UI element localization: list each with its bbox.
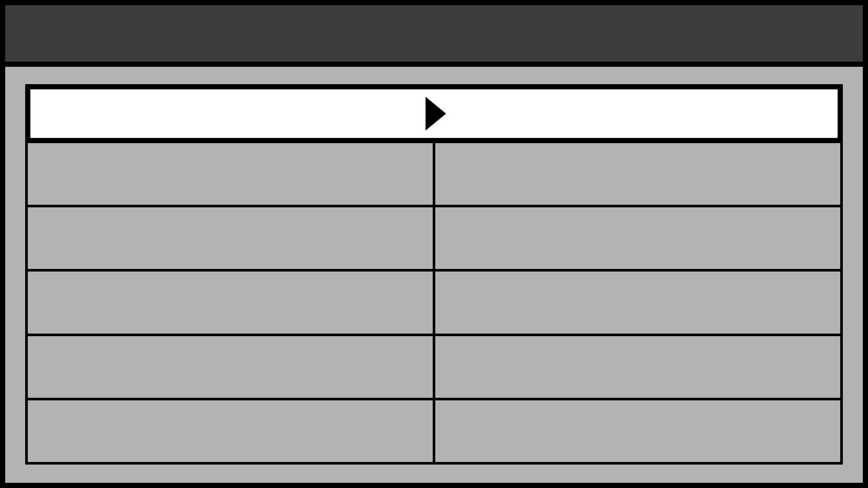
grid-cell[interactable] — [435, 207, 840, 269]
grid-cell[interactable] — [435, 143, 840, 205]
grid-cell[interactable] — [28, 207, 433, 269]
title-bar — [3, 3, 865, 63]
grid-cell[interactable] — [435, 336, 840, 398]
play-icon — [421, 97, 447, 131]
grid-cell[interactable] — [28, 336, 433, 398]
svg-marker-0 — [426, 97, 446, 131]
grid-cell[interactable] — [28, 400, 433, 462]
data-grid — [25, 143, 843, 465]
title-bar-divider — [3, 63, 865, 67]
grid-cell[interactable] — [28, 272, 433, 333]
main-area — [3, 67, 865, 485]
grid-cell[interactable] — [435, 272, 840, 333]
grid-cell[interactable] — [28, 143, 433, 205]
play-button[interactable] — [25, 84, 843, 143]
grid-cell[interactable] — [435, 400, 840, 462]
app-frame — [3, 3, 865, 485]
